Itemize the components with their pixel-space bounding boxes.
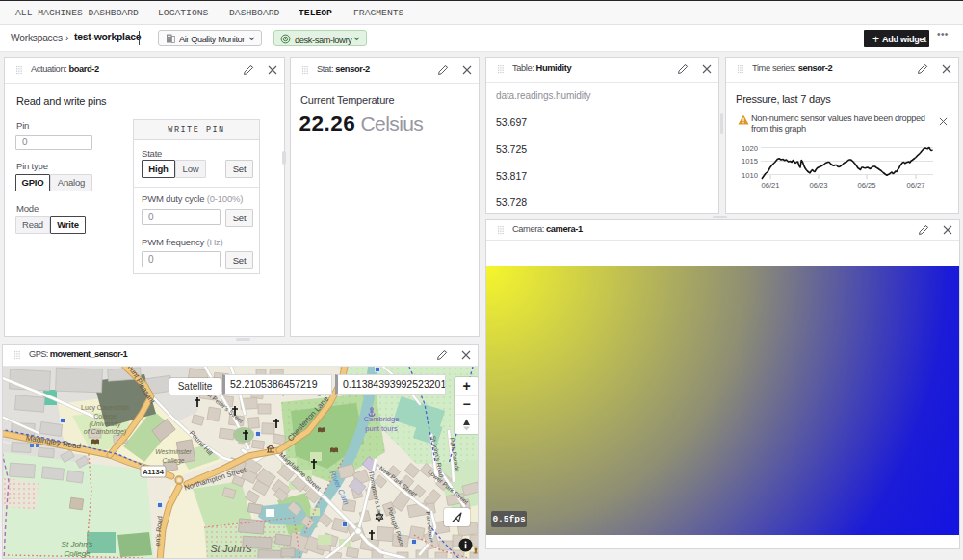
svg-text:punt tours: punt tours — [365, 424, 398, 433]
svg-text:06/25: 06/25 — [857, 181, 875, 190]
svg-text:1010: 1010 — [742, 171, 758, 180]
svg-text:1015: 1015 — [742, 157, 758, 165]
svg-text:College: College — [64, 549, 91, 558]
svg-text:St John’s: St John’s — [211, 543, 253, 554]
svg-text:06/27: 06/27 — [906, 181, 924, 190]
svg-text:(University: (University — [89, 420, 121, 428]
svg-text:Cambridge: Cambridge — [364, 415, 400, 423]
svg-text:of Cambridge): of Cambridge) — [84, 428, 126, 436]
svg-text:St John’s: St John’s — [62, 540, 93, 548]
svg-text:Westminster: Westminster — [155, 448, 192, 455]
svg-text:A1134: A1134 — [143, 468, 165, 476]
svg-text:College: College — [162, 457, 184, 465]
svg-text:06/23: 06/23 — [809, 181, 827, 190]
svg-text:1020: 1020 — [742, 144, 758, 153]
svg-text:College: College — [93, 413, 117, 420]
svg-text:Lucy Cavendish: Lucy Cavendish — [81, 404, 129, 412]
svg-text:06/21: 06/21 — [761, 181, 779, 190]
